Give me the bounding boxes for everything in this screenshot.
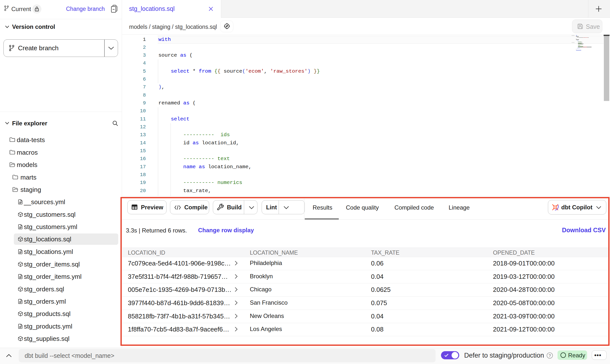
svg-text:?: ? [549,354,551,358]
